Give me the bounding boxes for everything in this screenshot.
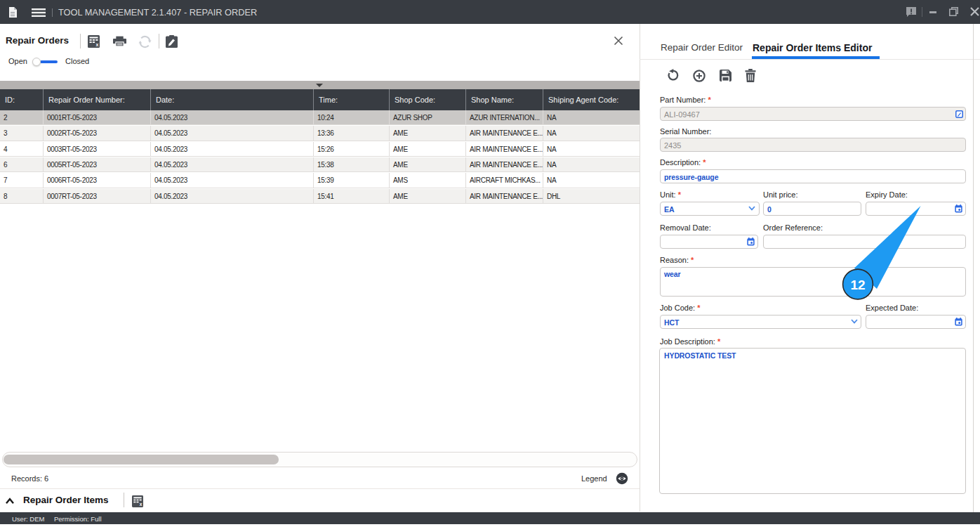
svg-text:12: 12: [850, 278, 865, 292]
svg-text:x: x: [140, 502, 143, 507]
svg-text:x: x: [96, 42, 99, 47]
